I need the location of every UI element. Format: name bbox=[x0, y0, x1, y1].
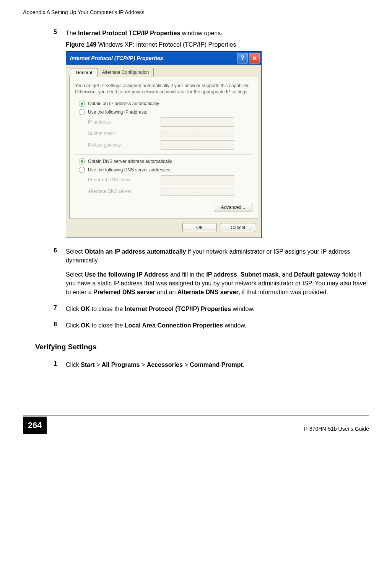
radio-icon bbox=[79, 109, 85, 115]
ip-address-input[interactable]: . . . bbox=[161, 117, 234, 127]
field-alternate-dns: Alternate DNS server: . . . bbox=[88, 187, 252, 196]
dialog-titlebar[interactable]: Internet Protocol (TCP/IP) Properties ? … bbox=[66, 52, 261, 65]
subnet-mask-input[interactable]: . . . bbox=[161, 129, 234, 138]
default-gateway-input[interactable]: . . . bbox=[161, 140, 234, 150]
step-8-num: 8 bbox=[54, 321, 66, 328]
step-7-num: 7 bbox=[54, 305, 66, 311]
step-8: 8 Click OK to close the Local Area Conne… bbox=[54, 321, 369, 330]
general-panel: You can get IP settings assigned automat… bbox=[69, 77, 258, 218]
header-rule bbox=[23, 17, 369, 17]
radio-icon bbox=[79, 167, 85, 173]
step-5-text: The Internet Protocol TCP/IP Properties … bbox=[66, 29, 369, 37]
page-footer: 264 P-870HN-51b User's Guide bbox=[23, 415, 369, 434]
figure-149-caption: Figure 149 Windows XP: Internet Protocol… bbox=[66, 41, 369, 48]
field-default-gateway: Default gateway: . . . bbox=[88, 140, 252, 150]
footer-guide-title: P-870HN-51b User's Guide bbox=[304, 426, 369, 434]
radio-icon bbox=[79, 158, 85, 164]
radio-obtain-ip-auto[interactable]: Obtain an IP address automatically bbox=[79, 101, 252, 107]
tcpip-properties-dialog: Internet Protocol (TCP/IP) Properties ? … bbox=[66, 51, 262, 238]
help-button[interactable]: ? bbox=[237, 53, 248, 64]
cancel-button[interactable]: Cancel bbox=[221, 223, 255, 232]
verify-step-1-text: Click Start > All Programs > Accessories… bbox=[66, 360, 369, 369]
step-8-text: Click OK to close the Local Area Connect… bbox=[66, 321, 369, 330]
field-subnet-mask: Subnet mask: . . . bbox=[88, 129, 252, 138]
radio-obtain-dns-auto[interactable]: Obtain DNS server address automatically bbox=[79, 158, 252, 164]
step-6: 6 Select Obtain an IP address automatica… bbox=[54, 247, 369, 265]
verify-step-1: 1 Click Start > All Programs > Accessori… bbox=[54, 360, 369, 369]
page-number: 264 bbox=[23, 417, 47, 434]
step-5: 5 The Internet Protocol TCP/IP Propertie… bbox=[54, 29, 369, 37]
close-button[interactable]: ✕ bbox=[249, 53, 260, 64]
tab-general[interactable]: General bbox=[71, 68, 97, 78]
dialog-title: Internet Protocol (TCP/IP) Properties bbox=[70, 55, 236, 61]
step-6-text: Select Obtain an IP address automaticall… bbox=[66, 247, 369, 265]
verify-step-1-num: 1 bbox=[54, 360, 66, 367]
field-preferred-dns: Preferred DNS server: . . . bbox=[88, 175, 252, 184]
tab-alternate-configuration[interactable]: Alternate Configuration bbox=[97, 68, 154, 77]
step-5-num: 5 bbox=[54, 29, 66, 36]
ok-button[interactable]: OK bbox=[182, 223, 217, 232]
step-6-subpara: Select Use the following IP Address and … bbox=[66, 270, 369, 297]
step-7: 7 Click OK to close the Internet Protoco… bbox=[54, 305, 369, 313]
dialog-tabs: General Alternate Configuration bbox=[71, 68, 258, 77]
verifying-settings-heading: Verifying Settings bbox=[35, 343, 369, 351]
panel-divider bbox=[75, 154, 252, 155]
field-ip-address: IP address: . . . bbox=[88, 117, 252, 127]
step-6-num: 6 bbox=[54, 247, 66, 254]
advanced-button[interactable]: Advanced... bbox=[214, 203, 252, 212]
running-head: Appendix A Setting Up Your Computer's IP… bbox=[23, 9, 369, 15]
radio-use-following-ip[interactable]: Use the following IP address: bbox=[79, 109, 252, 115]
dialog-intro-text: You can get IP settings assigned automat… bbox=[75, 83, 252, 95]
radio-use-following-dns[interactable]: Use the following DNS server addresses: bbox=[79, 167, 252, 173]
alternate-dns-input[interactable]: . . . bbox=[161, 187, 234, 196]
step-7-text: Click OK to close the Internet Protocol … bbox=[66, 305, 369, 313]
radio-icon bbox=[79, 101, 85, 107]
preferred-dns-input[interactable]: . . . bbox=[161, 175, 234, 184]
